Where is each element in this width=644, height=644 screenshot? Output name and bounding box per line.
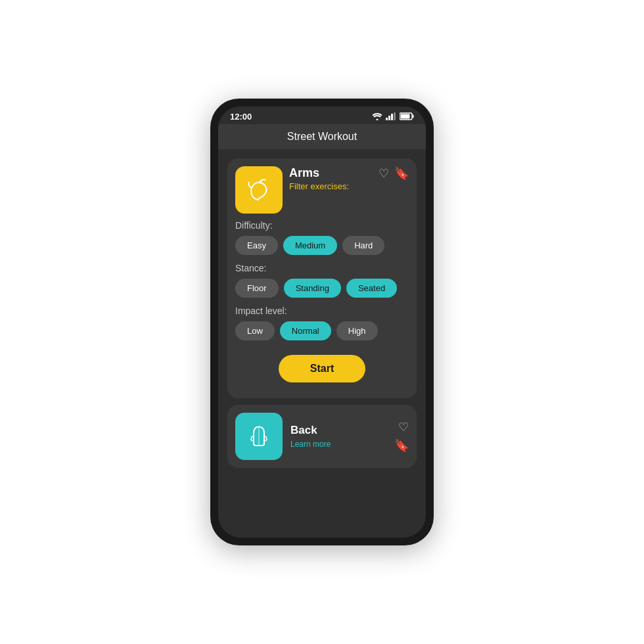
stance-standing-btn[interactable]: Standing — [284, 279, 341, 298]
svg-rect-3 — [391, 114, 393, 120]
status-bar: 12:00 — [218, 106, 426, 124]
svg-rect-2 — [388, 116, 390, 120]
back-card-info: Back Learn more — [290, 424, 386, 449]
phone-frame: 12:00 — [210, 99, 434, 545]
arms-card: Arms Filter exercises: ♡ 🔖 Difficulty: E… — [227, 158, 417, 398]
svg-rect-6 — [413, 114, 414, 118]
wifi-icon — [372, 112, 382, 122]
back-title: Back — [290, 424, 386, 437]
back-card-icon — [235, 413, 283, 460]
stance-label: Stance: — [235, 263, 409, 273]
svg-rect-7 — [401, 114, 410, 118]
impact-high-btn[interactable]: High — [336, 321, 378, 340]
heart-icon[interactable]: ♡ — [379, 166, 389, 181]
phone-screen: 12:00 — [218, 106, 426, 538]
battery-icon — [400, 112, 414, 122]
difficulty-hard-btn[interactable]: Hard — [342, 236, 384, 255]
difficulty-easy-btn[interactable]: Easy — [235, 236, 278, 255]
status-icons — [372, 112, 414, 122]
svg-rect-1 — [386, 118, 388, 120]
arms-subtitle: Filter exercises: — [289, 181, 372, 191]
stance-section: Stance: Floor Standing Seated — [235, 263, 409, 298]
impact-buttons: Low Normal High — [235, 321, 409, 340]
back-heart-icon[interactable]: ♡ — [398, 420, 409, 434]
back-card: Back Learn more ♡ 🔖 — [227, 405, 417, 468]
bookmark-icon[interactable]: 🔖 — [394, 166, 409, 181]
difficulty-buttons: Easy Medium Hard — [235, 236, 409, 255]
status-time: 12:00 — [230, 112, 252, 122]
stance-floor-btn[interactable]: Floor — [235, 279, 279, 298]
impact-normal-btn[interactable]: Normal — [280, 321, 331, 340]
app-header: Street Workout — [218, 124, 426, 149]
header-title: Street Workout — [287, 131, 357, 142]
arms-title: Arms — [289, 166, 372, 180]
impact-section: Impact level: Low Normal High — [235, 306, 409, 340]
signal-icon — [386, 112, 396, 122]
svg-point-0 — [377, 118, 379, 120]
difficulty-label: Difficulty: — [235, 220, 409, 231]
start-btn-container: Start — [235, 348, 409, 390]
start-button[interactable]: Start — [279, 355, 365, 382]
back-card-actions: ♡ 🔖 — [394, 420, 409, 453]
back-bookmark-icon[interactable]: 🔖 — [394, 438, 409, 453]
stance-buttons: Floor Standing Seated — [235, 279, 409, 298]
main-content[interactable]: Arms Filter exercises: ♡ 🔖 Difficulty: E… — [218, 149, 426, 538]
difficulty-section: Difficulty: Easy Medium Hard — [235, 220, 409, 255]
impact-low-btn[interactable]: Low — [235, 321, 275, 340]
arms-card-info: Arms Filter exercises: — [289, 166, 372, 191]
stance-seated-btn[interactable]: Seated — [346, 279, 397, 298]
difficulty-medium-btn[interactable]: Medium — [283, 236, 337, 255]
arms-card-icon — [235, 166, 283, 214]
arms-card-actions: ♡ 🔖 — [379, 166, 409, 181]
learn-more-link[interactable]: Learn more — [290, 440, 386, 449]
impact-label: Impact level: — [235, 306, 409, 316]
svg-rect-4 — [394, 112, 396, 120]
